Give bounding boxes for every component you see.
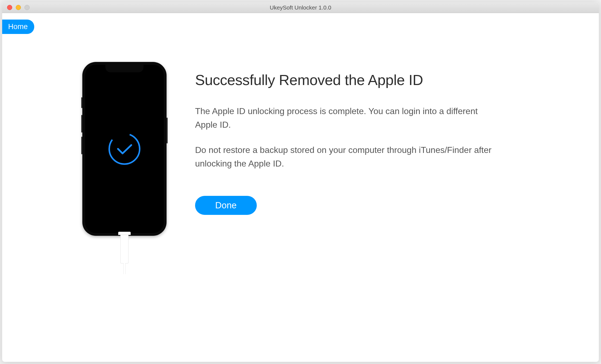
text-section: Successfully Removed the Apple ID The Ap… (195, 62, 494, 263)
home-button[interactable]: Home (2, 20, 34, 34)
success-heading: Successfully Removed the Apple ID (195, 71, 494, 88)
done-button[interactable]: Done (195, 196, 257, 215)
close-window-button[interactable] (7, 5, 12, 10)
content-area: Home (2, 13, 599, 362)
phone-cable-plug (118, 232, 131, 235)
phone-side-button (81, 137, 82, 154)
traffic-lights (2, 5, 30, 10)
phone-side-button (81, 115, 82, 133)
phone-side-button (81, 97, 82, 108)
main-content: Successfully Removed the Apple ID The Ap… (81, 62, 494, 263)
phone-screen (85, 65, 164, 233)
titlebar: UkeySoft Unlocker 1.0.0 (2, 2, 599, 13)
maximize-window-button (24, 5, 30, 10)
minimize-window-button[interactable] (16, 5, 21, 10)
success-description-1: The Apple ID unlocking process is comple… (195, 105, 494, 131)
svg-point-0 (109, 134, 140, 164)
phone-cable-icon (120, 235, 129, 263)
phone-illustration (81, 62, 168, 263)
success-description-2: Do not restore a backup stored on your c… (195, 143, 494, 170)
window-title: UkeySoft Unlocker 1.0.0 (2, 4, 599, 11)
phone-notch (105, 65, 143, 72)
phone-cable-wire (123, 263, 126, 274)
success-checkmark-icon (105, 130, 143, 168)
phone-body (82, 62, 167, 236)
app-window: UkeySoft Unlocker 1.0.0 Home (2, 2, 599, 362)
phone-side-button (167, 118, 168, 143)
